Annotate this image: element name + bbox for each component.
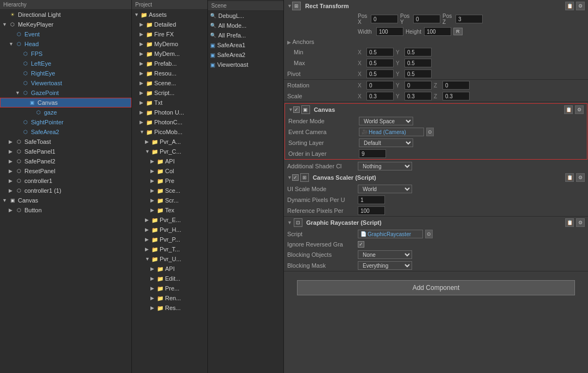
- hierarchy-item[interactable]: ⬡ controller1: [0, 176, 131, 186]
- scene-scroll[interactable]: 🔍 DebugL... 🔍 All Mode... 🔍 All Prefa...…: [208, 11, 283, 373]
- add-component-button[interactable]: Add Component: [297, 280, 575, 295]
- folder-item[interactable]: MyDem...: [132, 49, 207, 59]
- hierarchy-item[interactable]: ⬡ MeKeyPlayer: [0, 20, 131, 29]
- hierarchy-item[interactable]: ⬡ Viewertoast: [0, 78, 131, 88]
- hierarchy-item[interactable]: ⬡ FPS: [0, 49, 131, 59]
- hierarchy-item[interactable]: ⬡ SafePanel1: [0, 147, 131, 156]
- blocking-objects-dropdown[interactable]: None: [358, 250, 412, 259]
- camera-target-btn[interactable]: ⊙: [426, 128, 434, 136]
- script-icon-btn[interactable]: 📋: [565, 2, 574, 10]
- script-icon-btn[interactable]: 📋: [565, 218, 574, 227]
- folder-item[interactable]: PhotonC...: [132, 117, 207, 127]
- scale-z-input[interactable]: [442, 92, 470, 100]
- anchor-min-x-input[interactable]: [366, 48, 394, 56]
- settings-icon-btn[interactable]: ⚙: [576, 173, 585, 182]
- folder-item[interactable]: Pvr_H...: [132, 225, 207, 235]
- folder-item[interactable]: Tex: [132, 205, 207, 215]
- reference-pixels-input[interactable]: [358, 206, 385, 215]
- event-camera-field[interactable]: 🎥 Head (Camera): [359, 128, 424, 136]
- settings-icon-btn[interactable]: ⚙: [576, 218, 585, 227]
- pivot-x-input[interactable]: [366, 69, 394, 78]
- folder-item[interactable]: Pvr_E...: [132, 215, 207, 225]
- folder-item[interactable]: Detailed: [132, 20, 207, 29]
- folder-item[interactable]: Sce...: [132, 186, 207, 195]
- ignore-reversed-checkbox[interactable]: [358, 241, 364, 248]
- anchor-min-y-input[interactable]: [404, 48, 432, 56]
- additional-shader-dropdown[interactable]: Nothing: [358, 162, 412, 170]
- hierarchy-item[interactable]: ⬡ SightPointer: [0, 117, 131, 127]
- hierarchy-item[interactable]: ⬡ SafeToast: [0, 137, 131, 147]
- folder-item[interactable]: Pvr_C...: [132, 147, 207, 156]
- scene-item[interactable]: ▣ SafeArea2: [208, 50, 283, 60]
- order-layer-input[interactable]: [359, 149, 386, 158]
- scene-item[interactable]: 🔍 All Mode...: [208, 21, 283, 30]
- anchor-max-y-input[interactable]: [404, 59, 432, 67]
- folder-item[interactable]: MyDemo: [132, 39, 207, 49]
- folder-item[interactable]: Scene...: [132, 78, 207, 88]
- scene-item[interactable]: 🔍 DebugL...: [208, 11, 283, 21]
- canvas-scaler-checkbox[interactable]: [292, 174, 299, 181]
- height-input[interactable]: [424, 27, 451, 36]
- canvas-scaler-header[interactable]: ▼ ⊞ Canvas Scaler (Script) 📋 ⚙: [284, 172, 588, 184]
- hierarchy-item[interactable]: ⬡ Button: [0, 205, 131, 215]
- hierarchy-item[interactable]: ⬡ Head: [0, 39, 131, 49]
- folder-item[interactable]: Pvr_P...: [132, 235, 207, 244]
- hierarchy-item[interactable]: ☀ Directional Light: [0, 10, 131, 20]
- folder-item[interactable]: Assets: [132, 10, 207, 20]
- hierarchy-item-canvas-selected[interactable]: ▣ Canvas: [0, 98, 131, 108]
- folder-item[interactable]: Resou...: [132, 68, 207, 78]
- rot-z-input[interactable]: [442, 81, 470, 90]
- folder-item[interactable]: Scr...: [132, 195, 207, 205]
- folder-item[interactable]: Photon U...: [132, 108, 207, 117]
- scene-item[interactable]: 🔍 All Prefa...: [208, 30, 283, 40]
- folder-item[interactable]: Pvr_A...: [132, 137, 207, 147]
- hierarchy-item[interactable]: ⬡ ResetPanel: [0, 166, 131, 176]
- render-mode-dropdown[interactable]: World Space: [359, 117, 413, 125]
- folder-item[interactable]: Col: [132, 166, 207, 176]
- script-target-btn[interactable]: ⊙: [425, 230, 433, 238]
- folder-item[interactable]: Ren...: [132, 293, 207, 303]
- script-icon-btn[interactable]: 📋: [565, 173, 574, 182]
- folder-item[interactable]: PicoMob...: [132, 127, 207, 137]
- anchor-max-x-input[interactable]: [366, 59, 394, 67]
- hierarchy-item[interactable]: ⬡ RightEye: [0, 68, 131, 78]
- hierarchy-item[interactable]: ⬡ controller1 (1): [0, 186, 131, 195]
- canvas-header[interactable]: ▼ ▣ Canvas 📋 ⚙: [285, 104, 587, 116]
- hierarchy-scroll[interactable]: ☀ Directional Light ⬡ MeKeyPlayer ⬡ Even…: [0, 10, 131, 373]
- pos-y-input[interactable]: [413, 15, 440, 23]
- folder-item[interactable]: Fire FX: [132, 29, 207, 39]
- blocking-mask-dropdown[interactable]: Everything: [358, 261, 412, 270]
- scale-x-input[interactable]: [366, 92, 394, 100]
- hierarchy-item[interactable]: ⬡ LeftEye: [0, 59, 131, 68]
- scene-item[interactable]: ▣ Viewertoast: [208, 60, 283, 69]
- hierarchy-item[interactable]: ▣ Canvas: [0, 195, 131, 205]
- ui-scale-dropdown[interactable]: World: [358, 185, 412, 193]
- folder-item[interactable]: Txt: [132, 98, 207, 108]
- hierarchy-item[interactable]: ⬡ SafeArea2: [0, 127, 131, 137]
- hierarchy-item[interactable]: ⬡ GazePoint: [0, 88, 131, 98]
- folder-item[interactable]: Pre: [132, 176, 207, 186]
- width-input[interactable]: [376, 27, 403, 36]
- folder-item[interactable]: API: [132, 264, 207, 274]
- rot-x-input[interactable]: [366, 81, 394, 90]
- graphic-raycaster-header[interactable]: ▼ ⊡ Graphic Raycaster (Script) 📋 ⚙: [284, 217, 588, 229]
- folder-item[interactable]: Pvr_T...: [132, 244, 207, 254]
- folder-item[interactable]: Res...: [132, 303, 207, 313]
- script-icon-btn[interactable]: 📋: [564, 105, 573, 114]
- folder-item[interactable]: Prefab...: [132, 59, 207, 68]
- hierarchy-item[interactable]: ⬡ gaze: [0, 108, 131, 117]
- folder-item[interactable]: Edit...: [132, 274, 207, 283]
- sorting-layer-dropdown[interactable]: Default: [359, 138, 413, 147]
- scene-item[interactable]: ▣ SafeArea1: [208, 40, 283, 50]
- pos-x-input[interactable]: [371, 15, 398, 23]
- rot-y-input[interactable]: [404, 81, 432, 90]
- hierarchy-item[interactable]: ⬡ Event: [0, 29, 131, 39]
- assets-scroll[interactable]: Assets Detailed Fire FX MyDemo MyDem... …: [132, 10, 207, 373]
- folder-item[interactable]: Pvr_U...: [132, 254, 207, 264]
- canvas-enabled-checkbox[interactable]: [293, 106, 300, 113]
- settings-icon-btn[interactable]: ⚙: [575, 105, 584, 114]
- settings-icon-btn[interactable]: ⚙: [576, 2, 585, 10]
- folder-item[interactable]: Pre...: [132, 283, 207, 293]
- script-field[interactable]: 📄 GraphicRaycaster: [358, 230, 423, 238]
- pivot-y-input[interactable]: [404, 69, 432, 78]
